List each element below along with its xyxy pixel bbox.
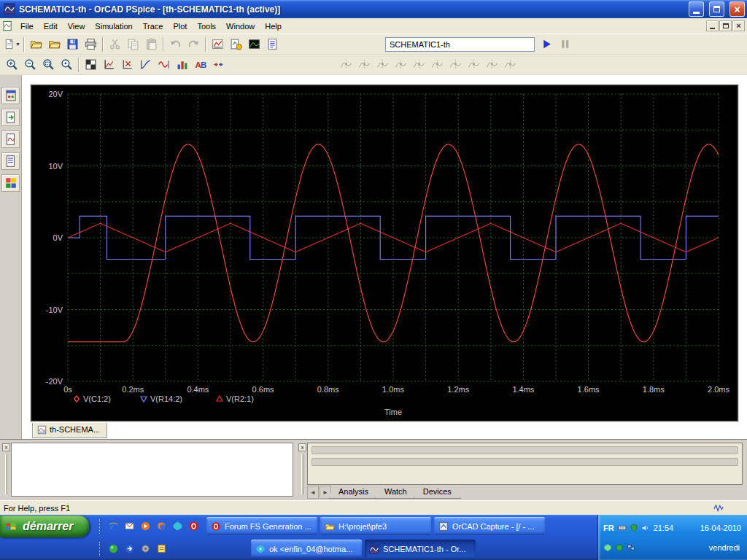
quick-launch-handle[interactable] xyxy=(99,519,101,534)
taskbar-task-row1-2[interactable]: OrCAD Capture - [/ - ... xyxy=(434,517,545,535)
watch-panel-close-button[interactable]: x xyxy=(298,443,306,451)
menu-plot[interactable]: Plot xyxy=(168,20,192,33)
undo-icon xyxy=(169,38,182,50)
menu-edit[interactable]: Edit xyxy=(39,20,63,33)
restore-button[interactable] xyxy=(709,1,724,17)
legend-label: V(R2:1) xyxy=(226,394,254,403)
start-button[interactable]: démarrer xyxy=(0,516,89,537)
pspice-app-icon xyxy=(4,3,15,16)
clock-time[interactable]: 21:54 xyxy=(654,524,674,532)
print-button[interactable] xyxy=(82,36,100,52)
msn-ql-icon xyxy=(172,521,183,532)
run-pspice-button[interactable] xyxy=(538,36,556,52)
wave-doc-icon xyxy=(37,425,47,435)
cursor-point-button xyxy=(446,56,465,73)
toolbar-separator xyxy=(163,37,164,52)
tab-scroll-left-button[interactable]: ◄ xyxy=(307,486,319,499)
quicklaunch-internet-explorer[interactable]: e xyxy=(107,520,120,533)
tab-th-schematic[interactable]: th-SCHEMA... xyxy=(32,423,107,438)
save-icon xyxy=(66,38,79,50)
new-file-button[interactable]: ▼ xyxy=(3,36,21,52)
menu-simulation[interactable]: Simulation xyxy=(90,20,137,33)
active-profile-combo[interactable]: SCHEMATIC1-th xyxy=(385,37,535,52)
quick-launch-handle[interactable] xyxy=(99,542,101,556)
tray-keyboard[interactable] xyxy=(618,524,627,532)
log-x-axis-button[interactable] xyxy=(136,56,155,73)
close-button[interactable]: × xyxy=(729,1,745,17)
task-label: H:\projet\pfe3 xyxy=(338,522,387,531)
mdi-restore-button[interactable] xyxy=(719,20,732,31)
save-button[interactable] xyxy=(63,36,82,52)
quicklaunch-mail[interactable] xyxy=(123,520,136,533)
output-panel-close-button[interactable]: x xyxy=(2,443,10,451)
watch-list[interactable] xyxy=(307,443,743,485)
simulation-output-box[interactable] xyxy=(11,443,293,497)
add-text-label-button[interactable]: AB xyxy=(191,56,209,73)
taskbar-task-row1-1[interactable]: H:\projet\pfe3 xyxy=(320,517,431,535)
quicklaunch-firefox[interactable] xyxy=(155,520,168,533)
taskbar-task-row2-1[interactable]: SCHEMATIC1-th - Or... xyxy=(365,540,476,558)
probe-document-icon[interactable] xyxy=(1,131,20,148)
tray-messenger[interactable] xyxy=(603,543,612,552)
output-panel-grip[interactable]: x xyxy=(1,442,11,499)
new-simulation-profile-button[interactable] xyxy=(227,36,245,52)
ql-gray-icon xyxy=(140,543,151,554)
tab-devices[interactable]: Devices xyxy=(414,486,461,499)
taskbar-task-row2-0[interactable]: ok <enfin_04@hotma... xyxy=(251,540,362,558)
tab-analysis[interactable]: Analysis xyxy=(329,486,378,499)
tray-network[interactable] xyxy=(627,543,635,552)
menu-help[interactable]: Help xyxy=(260,20,287,33)
open-file-button[interactable] xyxy=(27,36,45,52)
tab-scroll-right-button[interactable]: ► xyxy=(320,486,331,499)
x-tick-label: 1.2ms xyxy=(447,385,469,394)
quicklaunch-item-2[interactable] xyxy=(123,542,136,556)
zoom-area-button[interactable] xyxy=(39,56,58,73)
fourier-button[interactable] xyxy=(155,56,173,73)
tray-volume[interactable] xyxy=(641,524,650,532)
open-schematic-icon[interactable] xyxy=(1,109,20,126)
delete-plot-button[interactable] xyxy=(118,56,136,73)
zoom-in-button[interactable] xyxy=(3,56,21,73)
print-icon xyxy=(85,38,97,50)
quicklaunch-item-1[interactable] xyxy=(107,542,120,556)
pause-icon xyxy=(559,38,571,50)
tray-security[interactable] xyxy=(630,524,638,532)
edit-simulation-profile-button[interactable] xyxy=(209,36,227,52)
toolbar-separator xyxy=(78,58,80,72)
mdi-minimize-button[interactable] xyxy=(706,20,719,31)
quicklaunch-item-4[interactable] xyxy=(155,542,168,556)
quicklaunch-media-player[interactable] xyxy=(139,520,152,533)
performance-analysis-button[interactable] xyxy=(173,56,191,73)
menu-tools[interactable]: Tools xyxy=(192,20,221,33)
output-file-icon[interactable] xyxy=(1,152,20,170)
view-output-file-button[interactable] xyxy=(263,36,282,52)
folder-open-icon xyxy=(325,521,335,532)
mdi-close-button[interactable]: × xyxy=(732,20,745,31)
zoom-out-button[interactable] xyxy=(21,56,39,73)
add-plot-button[interactable] xyxy=(100,56,118,73)
status-wave-icon xyxy=(713,503,724,513)
menu-window[interactable]: Window xyxy=(221,20,260,33)
taskbar-task-row1-0[interactable]: Forum FS Generation ... xyxy=(206,517,317,535)
quicklaunch-messenger[interactable] xyxy=(171,520,184,533)
open-simulation-button[interactable] xyxy=(45,36,63,52)
view-simulation-results-button[interactable] xyxy=(245,36,263,52)
quicklaunch-item-3[interactable] xyxy=(139,542,152,556)
zoom-fit-button[interactable] xyxy=(58,56,76,73)
simulation-profile-icon[interactable] xyxy=(1,87,20,104)
mark-data-points-button[interactable] xyxy=(209,56,228,73)
watch-panel-grip[interactable]: x xyxy=(298,442,307,499)
minimize-button[interactable] xyxy=(689,1,704,17)
y-tick-label: 0V xyxy=(53,233,63,242)
tray-antivirus[interactable] xyxy=(615,543,624,552)
toggle-grid-button[interactable] xyxy=(82,56,100,73)
menu-trace[interactable]: Trace xyxy=(138,20,169,33)
paste-button xyxy=(142,36,160,52)
simulation-queue-icon[interactable] xyxy=(1,174,20,192)
menu-file[interactable]: File xyxy=(15,20,39,33)
tab-watch[interactable]: Watch xyxy=(375,486,417,499)
language-indicator[interactable]: FR xyxy=(603,524,614,532)
waveform-plot[interactable]: 20V10V0V-10V-20V0s0.2ms0.4ms0.6ms0.8ms1.… xyxy=(31,85,738,421)
menu-view[interactable]: View xyxy=(63,20,90,33)
quicklaunch-opera[interactable] xyxy=(187,520,200,533)
